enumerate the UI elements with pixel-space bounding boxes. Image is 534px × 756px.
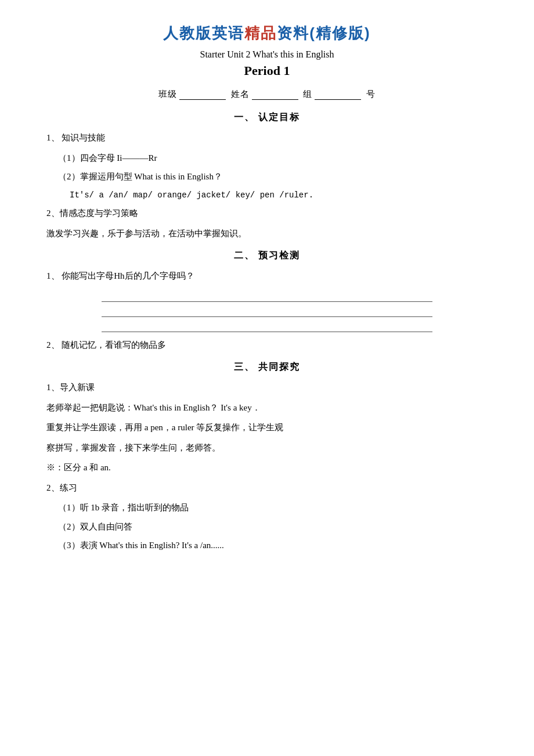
section1-item2-label: 2、情感态度与学习策略 xyxy=(46,205,488,222)
group-label: 组 xyxy=(303,89,312,99)
period-title: Period 1 xyxy=(46,63,488,78)
write-line-3 xyxy=(102,319,432,332)
section3-item1-note: ※：区分 a 和 an. xyxy=(46,459,488,476)
subtitle: Starter Unit 2 What's this in English xyxy=(46,49,488,60)
write-lines-area xyxy=(46,289,488,332)
section1-item1-sub2-text: It's/ a /an/ map/ orange/ jacket/ key/ p… xyxy=(46,188,488,203)
name-label: 姓名 xyxy=(231,89,250,99)
section1-item1-sub2: （2）掌握运用句型 What is this in English？ xyxy=(46,168,488,185)
section2-header: 二、 预习检测 xyxy=(46,250,488,262)
name-field xyxy=(252,89,298,100)
group-field xyxy=(315,89,361,100)
section2-item1: 1、 你能写出字母Hh后的几个字母吗？ xyxy=(46,268,488,285)
class-field xyxy=(179,89,226,100)
write-line-2 xyxy=(102,304,432,317)
section2-item2: 2、 随机记忆，看谁写的物品多 xyxy=(46,337,488,354)
section3-item2-label: 2、练习 xyxy=(46,480,488,496)
write-line-1 xyxy=(102,289,432,302)
title-part4: (精修版) xyxy=(309,24,370,42)
section3-item2-sub1: （1）听 1b 录音，指出听到的物品 xyxy=(46,499,488,516)
section3-item1-line2: 重复并让学生跟读，再用 a pen，a ruler 等反复操作，让学生观 xyxy=(46,419,488,436)
title-part3: 资料 xyxy=(277,24,309,42)
section3-header: 三、 共同探究 xyxy=(46,361,488,373)
student-info: 班级 姓名 组 号 xyxy=(46,89,488,100)
title-part1: 人教版英语 xyxy=(163,24,244,42)
section3-item2-sub3: （3）表演 What's this in English? It's a /an… xyxy=(46,537,488,554)
section1-item1-sub1: （1）四会字母 Ii———Rr xyxy=(46,150,488,167)
section1-header: 一、 认定目标 xyxy=(46,111,488,124)
page-container: 人教版英语精品资料(精修版) Starter Unit 2 What's thi… xyxy=(46,23,488,554)
class-label: 班级 xyxy=(158,89,177,99)
section3-item1-label: 1、导入新课 xyxy=(46,379,488,396)
main-title: 人教版英语精品资料(精修版) xyxy=(46,23,488,44)
title-part2: 精品 xyxy=(244,24,277,42)
section3-item1-line1: 老师举起一把钥匙说：What's this in English？ It's a… xyxy=(46,399,488,416)
section3-item1-line3: 察拼写，掌握发音，接下来学生问，老师答。 xyxy=(46,440,488,456)
section1-item1-label: 1、 知识与技能 xyxy=(46,129,488,146)
section3-item2-sub2: （2）双人自由问答 xyxy=(46,519,488,535)
section1-item2-content: 激发学习兴趣，乐于参与活动，在活动中掌握知识。 xyxy=(46,225,488,242)
number-label: 号 xyxy=(366,89,376,99)
